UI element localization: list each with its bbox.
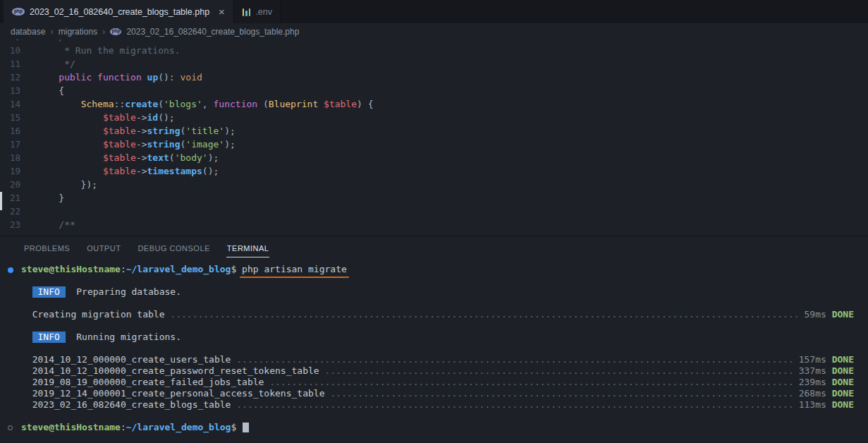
panel-tab-debug-console[interactable]: DEBUG CONSOLE bbox=[137, 238, 210, 257]
code-text: * Run the migrations. bbox=[37, 44, 181, 57]
tab-env-file[interactable]: .env bbox=[234, 0, 281, 23]
terminal-text: DONE bbox=[832, 377, 854, 388]
line-number[interactable]: 12 bbox=[0, 71, 37, 84]
code-line[interactable]: 10 * Run the migrations. bbox=[0, 44, 868, 57]
terminal-line: INFO Running migrations. bbox=[21, 332, 854, 343]
terminal-text bbox=[826, 354, 832, 365]
line-number[interactable]: 18 bbox=[0, 151, 37, 164]
code-line[interactable]: 20 }); bbox=[0, 178, 868, 191]
code-text: /** bbox=[37, 218, 75, 231]
terminal-text bbox=[826, 365, 832, 377]
vscode-window: php 2023_02_16_082640_create_blogs_table… bbox=[0, 0, 868, 443]
terminal-text: : bbox=[121, 264, 126, 275]
line-number[interactable]: 22 bbox=[0, 205, 37, 218]
code-text: public function up(): void bbox=[37, 71, 202, 84]
panel-tab-problems[interactable]: PROBLEMS bbox=[23, 238, 71, 257]
code-line[interactable]: 13 { bbox=[0, 84, 868, 97]
line-number[interactable]: 19 bbox=[0, 164, 37, 178]
code-line[interactable]: 15 $table->id(); bbox=[0, 111, 868, 124]
terminal-text: 59ms bbox=[799, 309, 826, 320]
tab-migration-file[interactable]: php 2023_02_16_082640_create_blogs_table… bbox=[4, 0, 234, 23]
leader-dots: ........................................… bbox=[269, 377, 793, 388]
terminal-line: 2019_12_14_000001_create_personal_access… bbox=[21, 388, 854, 399]
chevron-right-icon: › bbox=[50, 26, 53, 37]
terminal-line: steve@thisHostname:~/laravel_demo_blog$ bbox=[21, 422, 854, 433]
env-icon bbox=[243, 8, 251, 16]
line-number[interactable]: 21 bbox=[0, 191, 37, 205]
terminal-text bbox=[826, 377, 832, 388]
php-icon-label: php bbox=[111, 29, 120, 34]
terminal-text: php artisan migrate bbox=[242, 264, 347, 275]
info-badge: INFO bbox=[32, 286, 66, 298]
code-line[interactable]: 11 */ bbox=[0, 57, 868, 71]
tab-label: .env bbox=[255, 7, 272, 17]
breadcrumb-item-database[interactable]: database bbox=[11, 27, 45, 37]
code-line[interactable]: 22 bbox=[0, 205, 868, 218]
line-number[interactable]: 14 bbox=[0, 97, 37, 111]
code-text: $table->id(); bbox=[37, 111, 175, 124]
terminal-text: 2019_08_19_000000_create_failed_jobs_tab… bbox=[21, 377, 269, 388]
code-text: { bbox=[37, 84, 64, 97]
terminal-text: Creating migration table bbox=[21, 309, 170, 320]
line-number[interactable]: 20 bbox=[0, 178, 37, 191]
terminal-text: 239ms bbox=[793, 377, 826, 388]
terminal-line: 2014_10_12_000000_create_users_table ...… bbox=[21, 354, 854, 365]
code-line[interactable]: 19 $table->timestamps(); bbox=[0, 164, 868, 178]
leader-dots: ........................................… bbox=[236, 354, 793, 365]
panel-tab-terminal[interactable]: TERMINAL bbox=[226, 238, 270, 257]
leader-dots: ........................................… bbox=[330, 388, 793, 399]
editor-tab-bar: php 2023_02_16_082640_create_blogs_table… bbox=[0, 0, 868, 23]
terminal-text: : bbox=[121, 422, 126, 433]
line-number[interactable]: 23 bbox=[0, 218, 37, 231]
code-line[interactable]: 16 $table->string('title'); bbox=[0, 124, 868, 138]
terminal-text: 113ms bbox=[793, 399, 826, 411]
terminal-text: DONE bbox=[832, 309, 854, 320]
bottom-panel: PROBLEMSOUTPUTDEBUG CONSOLETERMINAL stev… bbox=[0, 236, 868, 443]
terminal-text bbox=[21, 332, 32, 343]
php-icon: php bbox=[12, 8, 25, 16]
terminal-line: INFO Preparing database. bbox=[21, 286, 854, 298]
leader-dots: ........................................… bbox=[324, 365, 793, 377]
terminal-text: 337ms bbox=[793, 365, 826, 377]
command-decoration-outline-icon[interactable] bbox=[8, 425, 13, 430]
breadcrumb-item-migrations[interactable]: migrations bbox=[59, 27, 97, 37]
code-text: $table->string('title'); bbox=[37, 124, 236, 138]
line-number[interactable]: 15 bbox=[0, 111, 37, 124]
terminal-line bbox=[21, 411, 854, 422]
line-number[interactable]: 16 bbox=[0, 124, 37, 138]
terminal-text: 157ms bbox=[793, 354, 826, 365]
panel-tab-output[interactable]: OUTPUT bbox=[86, 238, 121, 257]
terminal[interactable]: steve@thisHostname:~/laravel_demo_blog$ … bbox=[0, 259, 868, 443]
terminal-line: steve@thisHostname:~/laravel_demo_blog$ … bbox=[21, 264, 854, 275]
code-line[interactable]: 23 /** bbox=[0, 218, 868, 231]
code-text: $table->text('body'); bbox=[37, 151, 219, 164]
terminal-text bbox=[826, 399, 832, 411]
terminal-line bbox=[21, 343, 854, 354]
terminal-text bbox=[21, 286, 32, 298]
code-line[interactable]: 21 } bbox=[0, 191, 868, 205]
terminal-text: DONE bbox=[832, 365, 854, 377]
terminal-text bbox=[826, 388, 832, 399]
breadcrumb: database › migrations › php 2023_02_16_0… bbox=[0, 23, 868, 40]
code-line[interactable]: 17 $table->string('image'); bbox=[0, 138, 868, 151]
terminal-text: 268ms bbox=[793, 388, 826, 399]
terminal-text: 2019_12_14_000001_create_personal_access… bbox=[21, 388, 330, 399]
terminal-line: 2019_08_19_000000_create_failed_jobs_tab… bbox=[21, 377, 854, 388]
code-line[interactable]: 12 public function up(): void bbox=[0, 71, 868, 84]
close-icon[interactable]: × bbox=[219, 6, 225, 17]
line-number[interactable]: 13 bbox=[0, 84, 37, 97]
leader-dots: ........................................… bbox=[170, 309, 798, 320]
breadcrumb-item-filename[interactable]: 2023_02_16_082640_create_blogs_table.php bbox=[126, 27, 299, 37]
line-number[interactable]: 10 bbox=[0, 44, 37, 57]
line-number[interactable]: 17 bbox=[0, 138, 37, 151]
line-number[interactable]: 11 bbox=[0, 57, 37, 71]
terminal-text: $ bbox=[231, 264, 242, 275]
code-editor[interactable]: 9 /**10 * Run the migrations.11 */12 pub… bbox=[0, 40, 868, 236]
terminal-line: 2014_10_12_100000_create_password_reset_… bbox=[21, 365, 854, 377]
code-line[interactable]: 14 Schema::create('blogs', function (Blu… bbox=[0, 97, 868, 111]
terminal-text: Preparing database. bbox=[66, 286, 181, 298]
command-decoration-filled-icon[interactable] bbox=[8, 267, 13, 273]
terminal-cursor bbox=[243, 423, 249, 432]
terminal-text: Running migrations. bbox=[66, 332, 181, 343]
code-line[interactable]: 18 $table->text('body'); bbox=[0, 151, 868, 164]
